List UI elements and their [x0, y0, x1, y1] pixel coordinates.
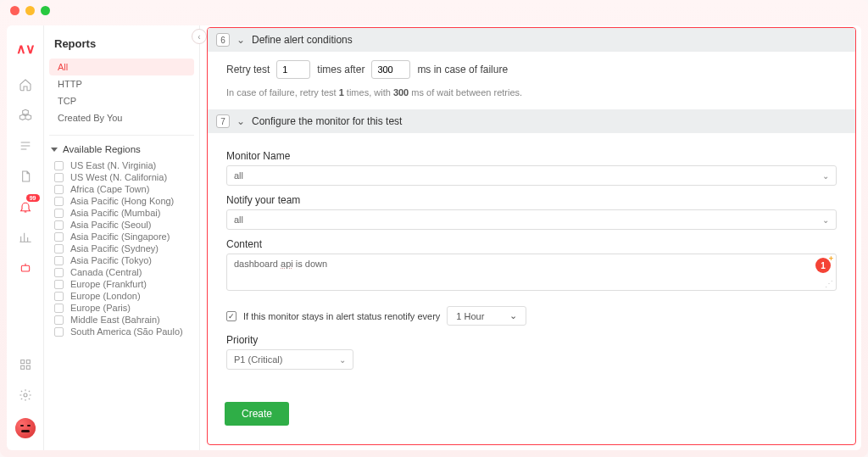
- region-item[interactable]: Europe (Paris): [49, 302, 194, 314]
- region-checkbox[interactable]: [54, 185, 64, 194]
- priority-label: Priority: [226, 334, 837, 346]
- monitor-name-label: Monitor Name: [226, 150, 837, 162]
- region-item[interactable]: Europe (Frankfurt): [49, 278, 194, 290]
- region-checkbox[interactable]: [54, 327, 64, 337]
- form-panel: 6 ⌄ Define alert conditions Retry test t…: [207, 27, 856, 445]
- avatar[interactable]: [15, 418, 36, 438]
- step7-number: 7: [216, 114, 230, 128]
- window-titlebar: [0, 0, 868, 20]
- step7-header[interactable]: 7 ⌄ Configure the monitor for this test: [208, 109, 855, 133]
- retry-count-input[interactable]: [276, 60, 310, 79]
- filter-http[interactable]: HTTP: [49, 75, 194, 92]
- nav-rail: ∧∨ 99: [7, 25, 44, 450]
- region-item[interactable]: Middle East (Bahrain): [49, 314, 194, 326]
- main: 6 ⌄ Define alert conditions Retry test t…: [200, 25, 861, 450]
- region-checkbox[interactable]: [54, 280, 64, 289]
- region-item[interactable]: South America (São Paulo): [49, 326, 194, 337]
- region-checkbox[interactable]: [54, 292, 64, 301]
- region-item[interactable]: Asia Pacific (Hong Kong): [49, 195, 194, 207]
- priority-select[interactable]: P1 (Critical) ⌄: [226, 349, 353, 370]
- region-item[interactable]: Asia Pacific (Tokyo): [49, 254, 194, 266]
- retry-post: ms in case of failure: [417, 64, 508, 75]
- renotify-label: If this monitor stays in alert status re…: [243, 311, 440, 321]
- step6-body: Retry test times after ms in case of fai…: [208, 52, 855, 109]
- region-checkbox[interactable]: [54, 232, 64, 242]
- region-label: Asia Pacific (Tokyo): [70, 255, 152, 265]
- region-item[interactable]: Asia Pacific (Sydney): [49, 242, 194, 254]
- region-label: Canada (Central): [70, 267, 142, 277]
- region-label: US East (N. Virginia): [70, 160, 156, 170]
- region-list: US East (N. Virginia)US West (N. Califor…: [49, 159, 194, 337]
- region-item[interactable]: US East (N. Virginia): [49, 159, 194, 171]
- region-checkbox[interactable]: [54, 268, 64, 277]
- filter-tcp[interactable]: TCP: [49, 92, 194, 109]
- sidebar: ‹ Reports All HTTP TCP Created By You Av…: [44, 25, 200, 450]
- region-label: Asia Pacific (Singapore): [70, 231, 170, 242]
- notify-value: all: [234, 215, 243, 225]
- svg-rect-2: [26, 360, 30, 364]
- renotify-interval-select[interactable]: 1 Hour ⌄: [447, 306, 526, 326]
- region-label: Asia Pacific (Sydney): [70, 243, 159, 254]
- region-item[interactable]: Canada (Central): [49, 266, 194, 278]
- priority-value: P1 (Critical): [234, 354, 282, 365]
- content-textarea[interactable]: dashboard api is down 1 ⋰: [226, 254, 837, 291]
- monitor-name-value: all: [234, 170, 243, 181]
- document-icon[interactable]: [18, 169, 33, 184]
- region-item[interactable]: Asia Pacific (Seoul): [49, 219, 194, 231]
- chevron-down-icon: ⌄: [509, 310, 517, 321]
- region-label: Europe (Paris): [70, 303, 131, 313]
- retry-wait-input[interactable]: [371, 60, 410, 79]
- region-checkbox[interactable]: [54, 256, 64, 265]
- apps-icon[interactable]: [18, 357, 33, 372]
- gear-icon[interactable]: [18, 387, 33, 403]
- region-label: Asia Pacific (Mumbai): [70, 208, 160, 218]
- region-checkbox[interactable]: [54, 209, 64, 218]
- filter-created-by-you[interactable]: Created By You: [49, 109, 194, 126]
- list-icon[interactable]: [18, 138, 33, 153]
- renotify-checkbox[interactable]: ✓: [226, 311, 236, 321]
- monitor-name-select[interactable]: all ⌄: [226, 165, 837, 186]
- regions-header[interactable]: Available Regions: [49, 135, 194, 159]
- step6-header[interactable]: 6 ⌄ Define alert conditions: [208, 28, 855, 52]
- caret-down-icon: [51, 148, 58, 152]
- region-checkbox[interactable]: [54, 161, 64, 170]
- region-item[interactable]: US West (N. California): [49, 171, 194, 183]
- region-checkbox[interactable]: [54, 315, 64, 325]
- region-label: Middle East (Bahrain): [70, 315, 160, 325]
- home-icon[interactable]: [18, 77, 33, 92]
- region-checkbox[interactable]: [54, 220, 64, 230]
- region-item[interactable]: Asia Pacific (Singapore): [49, 231, 194, 242]
- create-button[interactable]: Create: [225, 402, 289, 426]
- bell-icon[interactable]: 99: [18, 199, 33, 215]
- sidebar-title: Reports: [49, 34, 194, 59]
- notify-label: Notify your team: [226, 194, 837, 206]
- bot-icon[interactable]: [18, 260, 33, 276]
- resize-handle-icon[interactable]: ⋰: [825, 279, 833, 288]
- bell-badge: 99: [26, 194, 40, 202]
- region-checkbox[interactable]: [54, 244, 64, 254]
- chevron-down-icon: ⌄: [236, 115, 245, 127]
- bar-chart-icon[interactable]: [18, 230, 33, 245]
- region-checkbox[interactable]: [54, 304, 64, 313]
- region-checkbox[interactable]: [54, 197, 64, 206]
- app-logo: ∧∨: [16, 41, 35, 57]
- region-checkbox[interactable]: [54, 173, 64, 182]
- retry-pre: Retry test: [226, 64, 270, 75]
- content-label: Content: [226, 238, 837, 250]
- step6-number: 6: [216, 33, 230, 47]
- step7-title: Configure the monitor for this test: [252, 115, 402, 127]
- filter-list: All HTTP TCP Created By You: [49, 59, 194, 126]
- honeycomb-icon[interactable]: [18, 108, 33, 123]
- minimize-window-icon[interactable]: [25, 6, 35, 15]
- region-label: Europe (London): [70, 291, 141, 301]
- filter-all[interactable]: All: [49, 59, 194, 75]
- maximize-window-icon[interactable]: [41, 6, 50, 15]
- close-window-icon[interactable]: [10, 6, 19, 15]
- region-label: South America (São Paulo): [70, 326, 183, 337]
- region-item[interactable]: Asia Pacific (Mumbai): [49, 207, 194, 219]
- notify-select[interactable]: all ⌄: [226, 209, 837, 230]
- region-label: Europe (Frankfurt): [70, 279, 147, 289]
- notification-badge: 1: [815, 258, 831, 273]
- region-item[interactable]: Europe (London): [49, 290, 194, 302]
- region-item[interactable]: Africa (Cape Town): [49, 183, 194, 195]
